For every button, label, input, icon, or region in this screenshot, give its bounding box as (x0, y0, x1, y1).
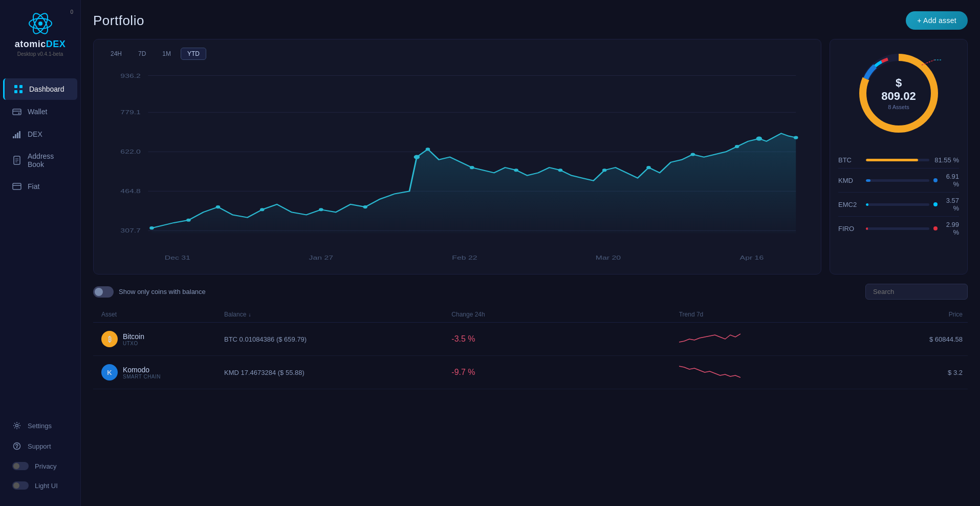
balance-komodo: KMD 17.4673284 ($ 55.88) (224, 369, 451, 376)
sidebar-item-fiat[interactable]: Fiat (3, 176, 77, 197)
col-change: Change 24h (451, 311, 679, 318)
breakdown-name-emc2: EMC2 (838, 201, 862, 208)
sort-icon: ↓ (248, 312, 251, 318)
sidebar-item-dashboard[interactable]: Dashboard (3, 78, 77, 100)
svg-point-36 (260, 208, 265, 211)
chart-canvas: 936.2 779.1 622.0 464.8 307.7 Dec 31 Jan… (104, 65, 811, 265)
breakdown-pct-emc2: 3.57 % (940, 197, 959, 212)
balance-section: Show only coins with balance Asset Balan… (93, 284, 968, 495)
svg-point-9 (18, 113, 20, 114)
breakdown-pct-kmd: 6.91 % (940, 173, 959, 188)
table-row-bitcoin[interactable]: ₿ Bitcoin UTXO BTC 0.01084386 ($ 659.79)… (93, 323, 968, 356)
sidebar-item-address-book[interactable]: Address Book (3, 146, 77, 175)
price-komodo: $ 3.2 (906, 369, 968, 376)
asset-chain-bitcoin: UTXO (123, 341, 144, 346)
header: Portfolio + Add asset (93, 11, 968, 30)
breakdown-bar-emc2 (866, 203, 929, 206)
sidebar-item-label-dashboard: Dashboard (29, 85, 64, 93)
svg-text:Mar 20: Mar 20 (596, 255, 621, 261)
chart-btn-1m[interactable]: 1M (156, 48, 178, 60)
svg-point-41 (470, 166, 474, 169)
breakdown-bar-firo (866, 227, 929, 230)
light-ui-label: Light UI (35, 482, 58, 490)
table-row-komodo[interactable]: K Komodo SMART CHAIN KMD 17.4673284 ($ 5… (93, 356, 968, 389)
svg-point-49 (794, 136, 798, 139)
logo-subtitle: Desktop v0.4.1-beta (17, 51, 63, 57)
address-book-icon (12, 156, 21, 165)
svg-point-40 (426, 147, 430, 151)
sidebar-item-label-wallet: Wallet (28, 108, 47, 116)
breakdown-name-btc: BTC (838, 156, 862, 164)
atom-logo-icon (27, 10, 54, 37)
svg-point-44 (602, 168, 607, 172)
portfolio-summary: $ 809.02 8 Assets BTC 81.55 % (830, 39, 968, 275)
sidebar-item-label-fiat: Fiat (28, 182, 39, 191)
svg-text:779.1: 779.1 (120, 110, 141, 116)
support-icon (12, 441, 21, 451)
dashboard-icon (14, 85, 23, 94)
add-asset-button[interactable]: + Add asset (906, 11, 968, 30)
asset-details-komodo: Komodo SMART CHAIN (123, 366, 161, 380)
svg-text:Feb 22: Feb 22 (452, 255, 477, 261)
balance-controls: Show only coins with balance (93, 284, 968, 300)
change-bitcoin: -3.5 % (451, 334, 679, 344)
balance-toggle-row: Show only coins with balance (93, 286, 206, 298)
chart-btn-ytd[interactable]: YTD (181, 48, 206, 60)
privacy-toggle[interactable] (12, 462, 29, 470)
settings-item[interactable]: Settings (3, 416, 77, 435)
svg-rect-12 (17, 133, 18, 138)
svg-text:Dec 31: Dec 31 (165, 255, 190, 261)
logo-dex: DEX (46, 39, 66, 49)
settings-label: Settings (28, 422, 52, 430)
main-content: Portfolio + Add asset 24H 7D 1M YTD (81, 0, 980, 506)
support-item[interactable]: Support (3, 436, 77, 456)
asset-details-bitcoin: Bitcoin UTXO (123, 332, 144, 346)
svg-text:Apr 16: Apr 16 (740, 255, 764, 261)
svg-rect-10 (13, 136, 14, 138)
svg-point-39 (414, 155, 420, 159)
asset-logo-komodo: K (101, 364, 118, 381)
sidebar-item-dex[interactable]: DEX (3, 123, 77, 145)
change-komodo: -9.7 % (451, 368, 679, 377)
sidebar: 0 atomicDEX Desktop v0.4.1-beta Dashboar… (0, 0, 81, 506)
breakdown-row-emc2: EMC2 3.57 % (838, 193, 959, 217)
privacy-item[interactable]: Privacy (3, 457, 77, 475)
svg-point-48 (756, 137, 763, 141)
light-ui-toggle[interactable] (12, 481, 29, 490)
col-asset: Asset (101, 311, 224, 318)
svg-point-3 (38, 22, 42, 26)
breakdown-name-firo: FIRO (838, 225, 862, 233)
trend-bitcoin (679, 328, 906, 350)
col-balance: Balance ↓ (224, 311, 451, 318)
dot-firo (933, 226, 938, 230)
search-input[interactable] (865, 284, 968, 300)
light-ui-item[interactable]: Light UI (3, 476, 77, 495)
chart-btn-7d[interactable]: 7D (132, 48, 153, 60)
sidebar-item-wallet[interactable]: Wallet (3, 101, 77, 122)
donut-container: $ 809.02 8 Assets (855, 50, 942, 137)
wallet-icon (12, 107, 21, 116)
asset-chain-komodo: SMART CHAIN (123, 374, 161, 380)
col-price: Price (906, 311, 968, 318)
dot-emc2 (933, 202, 938, 206)
asset-breakdown: BTC 81.55 % KMD (838, 152, 959, 240)
svg-rect-15 (13, 183, 21, 189)
chart-controls: 24H 7D 1M YTD (104, 48, 811, 60)
asset-name-komodo: Komodo (123, 366, 161, 374)
sidebar-bottom: Settings Support Privacy Light UI (0, 415, 80, 506)
svg-point-46 (691, 153, 695, 156)
svg-point-35 (216, 205, 221, 208)
asset-logo-bitcoin: ₿ (101, 331, 118, 347)
support-label: Support (28, 442, 51, 450)
svg-rect-7 (19, 90, 23, 93)
sidebar-item-label-address-book: Address Book (28, 152, 68, 168)
sidebar-nav: Dashboard Wallet DEX Address Book (0, 77, 80, 415)
col-trend: Trend 7d (679, 311, 906, 318)
svg-point-42 (514, 168, 518, 172)
svg-point-34 (186, 219, 191, 222)
logo-text: atomicDEX (15, 39, 66, 50)
breakdown-bar-kmd (866, 179, 929, 182)
show-balance-toggle[interactable] (93, 286, 114, 298)
chart-btn-24h[interactable]: 24H (104, 48, 128, 60)
fiat-icon (12, 182, 21, 191)
